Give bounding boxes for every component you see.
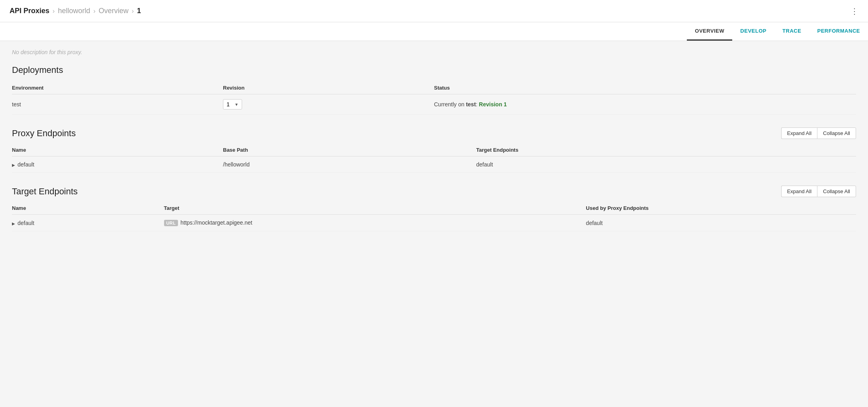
proxy-endpoints-col-base-path: Base Path bbox=[223, 144, 476, 157]
breadcrumb: API Proxies › helloworld › Overview › 1 bbox=[10, 7, 141, 15]
proxy-endpoints-col-name: Name bbox=[12, 144, 223, 157]
expand-arrow-icon: ▶ bbox=[12, 221, 15, 226]
proxy-endpoints-collapse-all-button[interactable]: Collapse All bbox=[817, 127, 856, 139]
deployments-title: Deployments bbox=[12, 65, 856, 75]
proxy-endpoints-header-row: Name Base Path Target Endpoints bbox=[12, 144, 856, 157]
deployment-status: Currently on test: Revision 1 bbox=[434, 94, 856, 115]
deployments-table: Environment Revision Status test 1 ▼ bbox=[12, 82, 856, 115]
proxy-endpoints-expand-all-button[interactable]: Expand All bbox=[781, 127, 817, 139]
tab-trace[interactable]: TRACE bbox=[774, 22, 809, 41]
target-endpoint-name[interactable]: ▶default bbox=[12, 215, 164, 231]
target-endpoints-table: Name Target Used by Proxy Endpoints ▶def… bbox=[12, 202, 856, 231]
chevron-down-icon: ▼ bbox=[235, 102, 239, 107]
proxy-endpoints-section-header: Proxy Endpoints Expand All Collapse All bbox=[12, 127, 856, 139]
chevron-right-icon-1: › bbox=[53, 8, 55, 15]
breadcrumb-api-proxies[interactable]: API Proxies bbox=[10, 7, 49, 15]
status-env: test bbox=[466, 101, 476, 108]
status-revision: Revision 1 bbox=[479, 101, 507, 108]
proxy-endpoint-name[interactable]: ▶default bbox=[12, 157, 223, 173]
chevron-right-icon-3: › bbox=[132, 8, 134, 15]
status-prefix: Currently on bbox=[434, 101, 466, 108]
main-content: No description for this proxy. Deploymen… bbox=[0, 41, 868, 256]
status-colon: : bbox=[476, 101, 479, 108]
proxy-endpoints-table: Name Base Path Target Endpoints ▶default… bbox=[12, 144, 856, 173]
deployments-col-status: Status bbox=[434, 82, 856, 94]
deployment-environment: test bbox=[12, 94, 223, 115]
target-endpoints-col-target: Target bbox=[164, 202, 586, 215]
breadcrumb-overview[interactable]: Overview bbox=[99, 7, 129, 15]
deployments-col-revision: Revision bbox=[223, 82, 434, 94]
expand-arrow-icon: ▶ bbox=[12, 163, 15, 167]
tab-develop[interactable]: DEVELOP bbox=[732, 22, 774, 41]
table-row: ▶default URLhttps://mocktarget.apigee.ne… bbox=[12, 215, 856, 231]
target-endpoints-expand-collapse: Expand All Collapse All bbox=[781, 186, 856, 197]
tab-performance[interactable]: PERFORMANCE bbox=[809, 22, 868, 41]
proxy-endpoints-title: Proxy Endpoints bbox=[12, 128, 76, 139]
tab-overview[interactable]: OVERVIEW bbox=[687, 22, 732, 41]
target-endpoint-target: URLhttps://mocktarget.apigee.net bbox=[164, 215, 586, 231]
url-badge: URL bbox=[164, 220, 178, 226]
proxy-endpoints-expand-collapse: Expand All Collapse All bbox=[781, 127, 856, 139]
deployments-header-row: Environment Revision Status bbox=[12, 82, 856, 94]
table-row: ▶default /helloworld default bbox=[12, 157, 856, 173]
deployment-revision-select-cell: 1 ▼ bbox=[223, 94, 434, 115]
target-endpoints-section-header: Target Endpoints Expand All Collapse All bbox=[12, 186, 856, 197]
revision-dropdown[interactable]: 1 ▼ bbox=[223, 99, 242, 110]
target-endpoints-title: Target Endpoints bbox=[12, 186, 78, 197]
target-endpoints-header-row: Name Target Used by Proxy Endpoints bbox=[12, 202, 856, 215]
target-endpoints-col-used-by: Used by Proxy Endpoints bbox=[586, 202, 856, 215]
revision-select[interactable]: 1 bbox=[227, 101, 231, 108]
header: API Proxies › helloworld › Overview › 1 … bbox=[0, 0, 868, 22]
target-endpoint-used-by: default bbox=[586, 215, 856, 231]
chevron-right-icon-2: › bbox=[93, 8, 95, 15]
tabs-bar: OVERVIEW DEVELOP TRACE PERFORMANCE bbox=[0, 22, 868, 41]
deployments-col-environment: Environment bbox=[12, 82, 223, 94]
target-endpoints-expand-all-button[interactable]: Expand All bbox=[781, 186, 817, 197]
target-endpoints-col-name: Name bbox=[12, 202, 164, 215]
breadcrumb-helloworld[interactable]: helloworld bbox=[58, 7, 90, 15]
proxy-description: No description for this proxy. bbox=[12, 49, 856, 55]
proxy-endpoints-col-target: Target Endpoints bbox=[476, 144, 856, 157]
target-endpoints-collapse-all-button[interactable]: Collapse All bbox=[817, 186, 856, 197]
breadcrumb-revision: 1 bbox=[137, 7, 141, 15]
more-options-icon[interactable]: ⋮ bbox=[850, 6, 858, 16]
proxy-endpoint-target-endpoints: default bbox=[476, 157, 856, 173]
proxy-endpoint-base-path: /helloworld bbox=[223, 157, 476, 173]
table-row: test 1 ▼ Currently on test: Revision 1 bbox=[12, 94, 856, 115]
